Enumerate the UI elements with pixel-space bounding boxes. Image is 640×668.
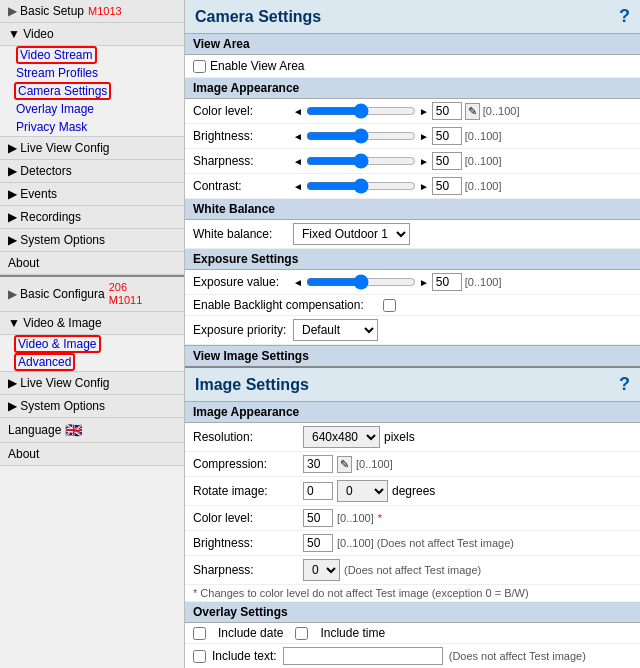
exposure-slider[interactable] — [306, 277, 416, 287]
expand-icon2: ▶ — [8, 287, 17, 301]
sharpness-slider[interactable] — [306, 156, 416, 166]
include-date-checkbox[interactable] — [193, 627, 206, 640]
color-level-value[interactable] — [432, 102, 462, 120]
color-level-row: Color level: ◄ ► ✎ [0..100] — [185, 99, 640, 124]
privacy-mask-link[interactable]: Privacy Mask — [16, 120, 87, 134]
image-settings-title: Image Settings — [195, 376, 309, 394]
include-time-checkbox[interactable] — [295, 627, 308, 640]
view-image-settings-section: View Image Settings — [185, 345, 640, 366]
video-image-link[interactable]: Video & Image — [14, 335, 101, 353]
contrast-slider[interactable] — [306, 181, 416, 191]
language-label: Language — [8, 423, 61, 437]
system-options-bottom[interactable]: ▶ System Options — [0, 395, 184, 418]
video-stream-item[interactable]: Video Stream — [0, 46, 184, 64]
video-image-label: ▼ Video & Image — [8, 316, 102, 330]
rotate-degrees: degrees — [392, 484, 435, 498]
include-text-input[interactable] — [283, 647, 443, 665]
brightness-range: [0..100] — [465, 130, 502, 142]
video-stream-link[interactable]: Video Stream — [16, 46, 97, 64]
compression-value[interactable] — [303, 455, 333, 473]
live-view-config-item[interactable]: ▶ Live View Config — [0, 137, 184, 160]
include-date-label: Include date — [218, 626, 283, 640]
include-text-label: Include text: — [212, 649, 277, 663]
slider-right-arrow: ► — [419, 106, 429, 117]
privacy-mask-item[interactable]: Privacy Mask — [0, 118, 184, 137]
camera-settings-panel: Camera Settings ? View Area Enable View … — [185, 0, 640, 368]
basic-config-label: Basic Configura — [20, 287, 105, 301]
sharpness-row: Sharpness: ◄ ► [0..100] — [185, 149, 640, 174]
recordings-item[interactable]: ▶ Recordings — [0, 206, 184, 229]
camera-settings-help[interactable]: ? — [619, 6, 630, 27]
slider-left-arrow3: ◄ — [293, 156, 303, 167]
events-label: ▶ Events — [8, 187, 57, 201]
exposure-value-input[interactable] — [432, 273, 462, 291]
detectors-item[interactable]: ▶ Detectors — [0, 160, 184, 183]
about-bottom-label: About — [8, 447, 39, 461]
exposure-settings-section: Exposure Settings — [185, 249, 640, 270]
resolution-select[interactable]: 640x480 320x240 160x120 — [303, 426, 380, 448]
exposure-priority-select[interactable]: Default Motion Low noise — [293, 319, 378, 341]
live-view-config-bottom[interactable]: ▶ Live View Config — [0, 372, 184, 395]
include-text-row: Include text: (Does not affect Test imag… — [185, 644, 640, 668]
overlay-image-item[interactable]: Overlay Image — [0, 100, 184, 118]
bottom-badge: 206M1011 — [109, 281, 143, 307]
contrast-value[interactable] — [432, 177, 462, 195]
white-balance-select[interactable]: Fixed Outdoor 1 Fixed Outdoor 2 Fixed In… — [293, 223, 410, 245]
img-color-level-value[interactable] — [303, 509, 333, 527]
advanced-link[interactable]: Advanced — [14, 353, 75, 371]
video-image-link-item[interactable]: Video & Image — [0, 335, 184, 353]
camera-settings-item[interactable]: Camera Settings — [0, 82, 184, 100]
about-item[interactable]: About — [0, 252, 184, 275]
sharpness-value[interactable] — [432, 152, 462, 170]
img-brightness-label: Brightness: — [193, 536, 303, 550]
advanced-item[interactable]: Advanced — [0, 353, 184, 372]
language-item[interactable]: Language 🇬🇧 — [0, 418, 184, 443]
white-balance-section: White Balance — [185, 199, 640, 220]
brightness-slider[interactable] — [306, 131, 416, 141]
stream-profiles-link[interactable]: Stream Profiles — [16, 66, 98, 80]
exposure-range: [0..100] — [465, 276, 502, 288]
color-level-slider[interactable] — [306, 106, 416, 116]
video-image-section[interactable]: ▼ Video & Image — [0, 312, 184, 335]
system-options-item[interactable]: ▶ System Options — [0, 229, 184, 252]
rotate-value[interactable] — [303, 482, 333, 500]
enable-view-area-checkbox[interactable] — [193, 60, 206, 73]
basic-setup-item[interactable]: ▶ Basic Setup M1013 — [0, 0, 184, 23]
img-sharpness-label: Sharpness: — [193, 563, 303, 577]
slider-right-arrow2: ► — [419, 131, 429, 142]
img-brightness-value[interactable] — [303, 534, 333, 552]
slider-left-arrow: ◄ — [293, 106, 303, 117]
rotate-row: Rotate image: 0 90 180 270 degrees — [185, 477, 640, 506]
img-sharpness-select[interactable]: 012 — [303, 559, 340, 581]
overlay-image-link[interactable]: Overlay Image — [16, 102, 94, 116]
contrast-label: Contrast: — [193, 179, 293, 193]
img-sharpness-note: (Does not affect Test image) — [344, 564, 481, 576]
img-color-level-range: [0..100] — [337, 512, 374, 524]
video-section-header[interactable]: ▼ Video — [0, 23, 184, 46]
image-appearance-section2: Image Appearance — [185, 402, 640, 423]
about-bottom[interactable]: About — [0, 443, 184, 466]
color-level-edit[interactable]: ✎ — [465, 103, 480, 120]
img-brightness-note: [0..100] (Does not affect Test image) — [337, 537, 514, 549]
brightness-value[interactable] — [432, 127, 462, 145]
exposure-value-row: Exposure value: ◄ ► [0..100] — [185, 270, 640, 295]
events-item[interactable]: ▶ Events — [0, 183, 184, 206]
enable-view-area-row: Enable View Area — [185, 55, 640, 78]
about-label: About — [8, 256, 39, 270]
compression-row: Compression: ✎ [0..100] — [185, 452, 640, 477]
backlight-checkbox[interactable] — [383, 299, 396, 312]
img-color-level-label: Color level: — [193, 511, 303, 525]
image-settings-help[interactable]: ? — [619, 374, 630, 395]
compression-edit[interactable]: ✎ — [337, 456, 352, 473]
include-text-checkbox[interactable] — [193, 650, 206, 663]
compression-range: [0..100] — [356, 458, 393, 470]
stream-profiles-item[interactable]: Stream Profiles — [0, 64, 184, 82]
basic-config-item[interactable]: ▶ Basic Configura 206M1011 — [0, 277, 184, 312]
img-sharpness-row: Sharpness: 012 (Does not affect Test ima… — [185, 556, 640, 585]
rotate-select[interactable]: 0 90 180 270 — [337, 480, 388, 502]
backlight-label: Enable Backlight compensation: — [193, 298, 383, 312]
camera-settings-link[interactable]: Camera Settings — [14, 82, 111, 100]
white-balance-label: White balance: — [193, 227, 293, 241]
asterisk-icon: * — [378, 512, 382, 524]
resolution-label: Resolution: — [193, 430, 303, 444]
